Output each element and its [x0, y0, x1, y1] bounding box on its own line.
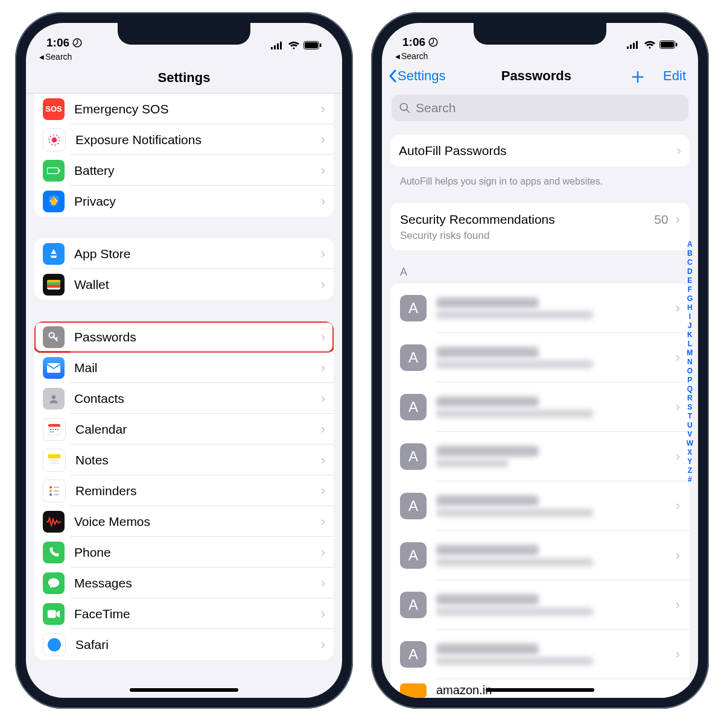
index-letter[interactable]: C: [687, 258, 693, 267]
index-letter[interactable]: B: [687, 249, 693, 258]
index-letter[interactable]: F: [688, 285, 692, 294]
home-indicator[interactable]: [486, 688, 594, 692]
row-phone[interactable]: Phone ›: [34, 537, 334, 568]
battery-app-icon: [43, 160, 65, 182]
index-letter[interactable]: V: [687, 430, 692, 439]
index-letter[interactable]: U: [687, 421, 693, 430]
alphabet-index-rail[interactable]: ABCDEFGHIJKLMNOPQRSTUVWXYZ#: [687, 240, 698, 484]
index-letter[interactable]: P: [687, 376, 692, 385]
index-letter[interactable]: Q: [687, 385, 693, 394]
index-letter[interactable]: Y: [687, 457, 692, 466]
row-autofill-passwords[interactable]: AutoFill Passwords ›: [390, 135, 690, 166]
index-letter[interactable]: E: [687, 276, 692, 285]
chevron-right-icon: ›: [676, 300, 680, 316]
password-entry[interactable]: A ›: [390, 481, 690, 531]
chevron-right-icon: ›: [321, 514, 325, 530]
index-letter[interactable]: Z: [688, 466, 692, 475]
row-contacts[interactable]: Contacts ›: [34, 383, 334, 414]
password-list[interactable]: A › A › A › A ›: [390, 283, 690, 698]
site-initial-icon: A: [400, 542, 427, 569]
row-app-store[interactable]: App Store ›: [34, 238, 334, 269]
back-button[interactable]: Settings: [388, 68, 446, 84]
row-label: Battery: [74, 163, 321, 178]
search-placeholder: Search: [416, 101, 456, 115]
back-label: Settings: [398, 68, 446, 84]
row-label: Exposure Notifications: [75, 133, 321, 147]
row-security-recommendations[interactable]: Security Recommendations 50 › Security r…: [390, 203, 690, 250]
phone-frame-right: 1:06 ◀ Search Settings: [371, 12, 709, 709]
password-entry[interactable]: A ›: [390, 283, 690, 333]
screen-settings: 1:06 ◀: [26, 23, 342, 698]
row-calendar[interactable]: Calendar ›: [34, 414, 334, 445]
row-label: Safari: [75, 638, 321, 652]
index-letter[interactable]: R: [687, 394, 693, 403]
row-mail[interactable]: Mail ›: [34, 352, 334, 383]
row-label: Voice Memos: [74, 514, 321, 529]
row-voice-memos[interactable]: Voice Memos ›: [34, 506, 334, 537]
index-letter[interactable]: M: [687, 349, 693, 358]
index-letter[interactable]: A: [687, 240, 693, 249]
password-entry[interactable]: A ›: [390, 630, 690, 679]
row-emergency-sos[interactable]: SOS Emergency SOS ›: [34, 93, 334, 124]
breadcrumb-back[interactable]: ◀ Search: [382, 50, 698, 65]
svg-rect-31: [48, 454, 60, 458]
row-notes[interactable]: Notes ›: [34, 445, 334, 475]
row-exposure-notifications[interactable]: Exposure Notifications ›: [34, 124, 334, 155]
appstore-icon: [43, 243, 65, 265]
chevron-right-icon: ›: [676, 350, 680, 366]
svg-rect-44: [627, 46, 629, 49]
safari-icon: [43, 633, 66, 656]
site-name-blurred: [436, 297, 539, 308]
index-letter[interactable]: W: [687, 439, 693, 448]
settings-content[interactable]: SOS Emergency SOS › Exposure Notificatio…: [26, 93, 342, 698]
search-input[interactable]: Search: [392, 95, 688, 121]
site-initial-icon: A: [400, 344, 427, 371]
index-letter[interactable]: H: [687, 303, 693, 312]
password-entry[interactable]: A ›: [390, 580, 690, 630]
row-messages[interactable]: Messages ›: [34, 568, 334, 598]
row-facetime[interactable]: FaceTime ›: [34, 598, 334, 629]
chevron-right-icon: ›: [321, 606, 325, 622]
index-letter[interactable]: D: [687, 267, 693, 276]
svg-rect-30: [52, 431, 54, 432]
index-letter[interactable]: T: [688, 412, 692, 421]
index-letter[interactable]: G: [687, 294, 693, 303]
row-safari[interactable]: Safari ›: [34, 629, 334, 660]
row-privacy[interactable]: ✋ Privacy ›: [34, 186, 334, 217]
svg-text:✋: ✋: [49, 196, 60, 206]
row-label: App Store: [74, 247, 321, 261]
svg-rect-23: [48, 424, 60, 427]
svg-rect-4: [280, 42, 282, 49]
index-letter[interactable]: I: [689, 312, 691, 321]
settings-group-3: Passwords › Mail ›: [34, 321, 334, 660]
row-wallet[interactable]: Wallet ›: [34, 269, 334, 300]
phone-frame-left: 1:06 ◀: [15, 12, 353, 709]
breadcrumb-back[interactable]: ◀ Search: [26, 51, 342, 65]
home-indicator[interactable]: [130, 688, 238, 692]
index-letter[interactable]: #: [688, 475, 692, 484]
index-letter[interactable]: S: [687, 403, 692, 412]
password-entry[interactable]: A ›: [390, 531, 690, 580]
row-passwords[interactable]: Passwords ›: [34, 321, 334, 352]
index-letter[interactable]: O: [687, 367, 693, 376]
chevron-right-icon: ›: [321, 452, 325, 468]
index-letter[interactable]: J: [688, 321, 692, 331]
screen-passwords: 1:06 ◀ Search Settings: [382, 23, 698, 698]
password-entry[interactable]: A ›: [390, 382, 690, 432]
row-battery[interactable]: Battery ›: [34, 155, 334, 186]
add-button[interactable]: ＋: [627, 69, 649, 83]
index-letter[interactable]: K: [687, 331, 693, 340]
chevron-right-icon: ›: [677, 143, 681, 159]
edit-button[interactable]: Edit: [663, 68, 686, 84]
row-reminders[interactable]: Reminders ›: [34, 475, 334, 506]
site-name-blurred: [436, 644, 539, 654]
chevron-right-icon: ›: [676, 212, 680, 227]
index-letter[interactable]: X: [687, 448, 692, 457]
index-letter[interactable]: L: [688, 340, 692, 349]
index-letter[interactable]: N: [687, 358, 693, 367]
password-entry[interactable]: A ›: [390, 333, 690, 382]
username-blurred: [436, 410, 593, 418]
row-label: Reminders: [75, 484, 321, 498]
password-entry[interactable]: A ›: [390, 432, 690, 481]
svg-rect-45: [630, 45, 632, 49]
